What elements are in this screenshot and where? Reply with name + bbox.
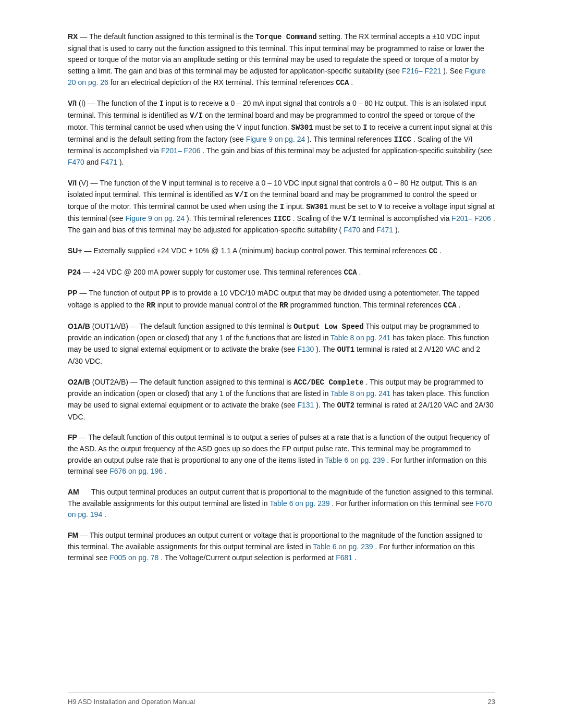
am-text-3: .	[104, 510, 106, 519]
paragraph-su: SU+ — Externally supplied +24 VDC ± 10% …	[68, 245, 495, 257]
su-text-2: .	[439, 246, 442, 255]
vi-i-text-8: . The gain and bias of this terminal may…	[202, 146, 492, 155]
term-fm: FM	[68, 531, 78, 539]
p24-text-2: .	[359, 268, 361, 276]
link-f131[interactable]: F131	[297, 401, 314, 409]
vi-i-text-9: and	[87, 158, 101, 166]
paragraph-vi-i: V/I (I) — The function of the I input is…	[68, 98, 495, 168]
paragraph-fm: FM — This output terminal produces an ou…	[68, 530, 495, 564]
paragraph-o2ab: O2A/B (OUT2A/B) — The default function a…	[68, 377, 495, 423]
vi-v-text-9: terminal is accomplished via	[358, 214, 451, 223]
o2ab-text-1: (OUT2A/B) — The default function assigne…	[92, 378, 293, 386]
paragraph-p24: P24 — +24 VDC @ 200 mA power supply for …	[68, 267, 495, 279]
vi-v-V: V	[162, 179, 166, 188]
content: RX — The default function assigned to th…	[68, 31, 495, 564]
vi-v-V2: V	[378, 203, 382, 211]
vi-v-I: I	[280, 203, 284, 211]
term-su: SU+	[68, 246, 82, 255]
vi-v-sw301: SW301	[306, 203, 328, 211]
vi-i-text-6: ). This terminal references	[307, 135, 394, 143]
o1ab-out1: OUT1	[337, 346, 355, 354]
page: RX — The default function assigned to th…	[0, 0, 563, 728]
link-table6-fm[interactable]: Table 6 on pg. 239	[313, 542, 373, 551]
vi-v-text-5: must be set to	[330, 202, 378, 211]
term-vi-v: V/I	[68, 179, 77, 187]
pp-text-4: programmed function. This terminal refer…	[290, 301, 444, 309]
footer: H9 ASD Installation and Operation Manual…	[68, 692, 495, 707]
link-figure9-vi-i[interactable]: Figure 9 on pg. 24	[246, 135, 305, 143]
link-f130[interactable]: F130	[297, 345, 314, 353]
pp-text-1: — The function of output	[80, 289, 162, 297]
rx-cca: CCA	[336, 79, 349, 87]
rx-text-3: ). See	[443, 67, 464, 75]
rx-text-4: for an electrical depiction of the RX te…	[111, 78, 336, 87]
term-o1ab: O1A/B	[68, 322, 90, 330]
vi-v-text-4: input.	[286, 202, 306, 211]
link-f471-vi-i[interactable]: F471	[101, 158, 117, 166]
paragraph-fp: FP — The default function of this output…	[68, 432, 495, 477]
link-figure9-vi-v[interactable]: Figure 9 on pg. 24	[125, 214, 185, 223]
vi-i-text-1: (I) — The function of the	[79, 99, 160, 107]
term-p24: P24	[68, 268, 81, 276]
pp-rr: RR	[146, 301, 155, 310]
vi-v-text-8: . Scaling of the	[293, 214, 344, 223]
vi-i-text-10: ).	[119, 158, 124, 166]
pp-rr2: RR	[279, 301, 288, 310]
link-f470-vi-v[interactable]: F470	[344, 226, 360, 234]
paragraph-o1ab: O1A/B (OUT1A/B) — The default function a…	[68, 321, 495, 367]
vi-v-text-11: and	[362, 226, 376, 234]
link-table8-o1ab[interactable]: Table 8 on pg. 241	[331, 334, 390, 342]
vi-v-text-7: ). This terminal references	[187, 214, 273, 223]
rx-text-1: — The default function assigned to this …	[80, 32, 255, 41]
link-f470-vi-i[interactable]: F470	[68, 158, 84, 166]
fm-text-4: .	[354, 553, 357, 562]
p24-text-1: — +24 VDC @ 200 mA power supply for cust…	[83, 268, 344, 276]
link-f471-vi-v[interactable]: F471	[376, 226, 393, 234]
link-f676[interactable]: F676 on pg. 196	[109, 467, 163, 475]
link-f201-f206-vi-v[interactable]: F201– F206	[451, 214, 491, 223]
term-pp: PP	[68, 289, 78, 297]
o1ab-text-4: ). The	[316, 345, 337, 353]
link-table6-am[interactable]: Table 6 on pg. 239	[270, 499, 329, 508]
fm-text-3: . The Voltage/Current output selection i…	[161, 553, 336, 562]
vi-v-vi-label2: V/I	[343, 215, 356, 223]
vi-v-text-1: (V) — The function of the	[79, 179, 162, 187]
term-fp: FP	[68, 433, 77, 441]
term-vi-i: V/I	[68, 99, 77, 107]
link-table8-o2ab[interactable]: Table 8 on pg. 241	[331, 389, 390, 398]
vi-v-vi-label: V/I	[235, 191, 248, 199]
paragraph-am: AM This output terminal produces an outp…	[68, 487, 495, 521]
rx-text-5: .	[351, 78, 353, 87]
link-f216-f221[interactable]: F216– F221	[402, 67, 442, 75]
link-table6-fp[interactable]: Table 6 on pg. 239	[325, 456, 385, 464]
paragraph-pp: PP — The function of output PP is to pro…	[68, 288, 495, 311]
vi-i-text-4: must be set to	[315, 123, 363, 131]
o2ab-acc-dec: ACC/DEC Complete	[293, 378, 363, 387]
paragraph-vi-v: V/I (V) — The function of the V input te…	[68, 178, 495, 236]
am-spacer	[81, 488, 90, 496]
term-rx: RX	[68, 32, 78, 41]
footer-right: 23	[488, 697, 495, 707]
o1ab-text-1: (OUT1A/B) — The default function assigne…	[92, 322, 293, 330]
vi-i-sw301: SW301	[291, 124, 313, 132]
vi-i-I2: I	[363, 124, 367, 132]
paragraph-rx: RX — The default function assigned to th…	[68, 31, 495, 89]
su-cc: CC	[429, 247, 437, 255]
pp-text-5: .	[459, 301, 461, 309]
link-f201-f206-vi-i[interactable]: F201– F206	[161, 146, 201, 155]
vi-v-text-12: ).	[395, 226, 400, 234]
pp-cca: CCA	[444, 301, 457, 310]
o2ab-text-4: ). The	[316, 401, 337, 409]
term-am: AM	[68, 488, 79, 496]
link-f681[interactable]: F681	[336, 553, 352, 562]
link-f005[interactable]: F005 on pg. 78	[109, 553, 158, 562]
o2ab-out2: OUT2	[337, 401, 355, 410]
term-o2ab: O2A/B	[68, 378, 90, 386]
o1ab-output-low-speed: Output Low Speed	[293, 323, 363, 331]
pp-pp: PP	[162, 289, 170, 298]
pp-text-3: input to provide manual control of the	[157, 301, 279, 309]
am-text-2: . For further information on this termin…	[332, 499, 475, 508]
rx-torque-command: Torque Command	[255, 33, 317, 41]
p24-cca: CCA	[344, 268, 357, 277]
vi-i-I: I	[160, 100, 164, 108]
